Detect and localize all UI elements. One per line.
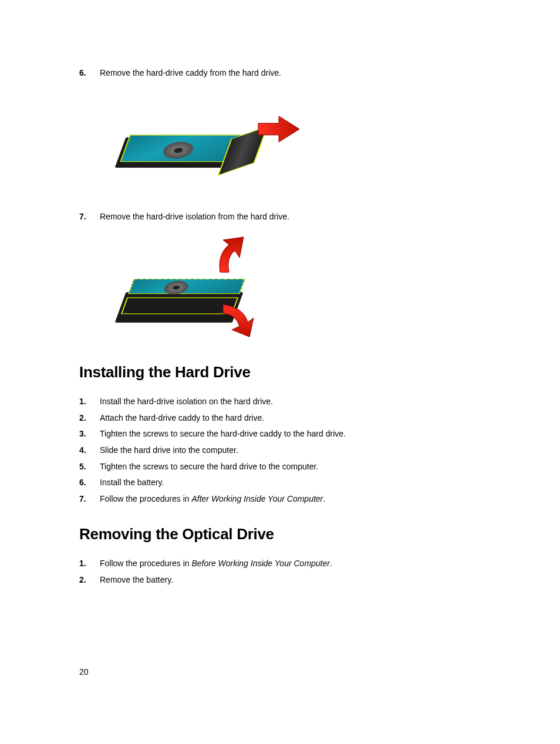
figure-hard-drive-caddy	[100, 91, 270, 194]
arrow-curve-down-icon	[217, 302, 258, 340]
remove-optical-step-1: 1. Follow the procedures in Before Worki…	[79, 558, 560, 570]
step-number: 3.	[79, 429, 100, 438]
step-number: 5.	[79, 462, 100, 471]
step-text: Remove the hard-drive caddy from the har…	[100, 67, 281, 79]
arrow-right-icon	[255, 114, 302, 144]
step-7: 7. Remove the hard-drive isolation from …	[79, 211, 560, 223]
step-text: Install the hard-drive isolation on the …	[100, 396, 273, 408]
install-step-3: 3. Tighten the screws to secure the hard…	[79, 428, 560, 440]
section-installing-hard-drive: Installing the Hard Drive 1. Install the…	[79, 363, 560, 505]
install-step-6: 6. Install the battery.	[79, 477, 560, 489]
step-text: Follow the procedures in Before Working …	[100, 558, 332, 570]
section-removing-optical-drive: Removing the Optical Drive 1. Follow the…	[79, 525, 560, 586]
arrow-curve-up-icon	[211, 234, 252, 275]
step-number: 7.	[79, 212, 100, 221]
step-text: Remove the battery.	[100, 574, 173, 586]
step-number: 1.	[79, 397, 100, 406]
step-text: Remove the hard-drive isolation from the…	[100, 211, 289, 223]
step-text: Slide the hard drive into the computer.	[100, 445, 238, 456]
step-number: 6.	[79, 478, 100, 487]
step-number: 6.	[79, 68, 100, 77]
step-6: 6. Remove the hard-drive caddy from the …	[79, 67, 560, 79]
step-text: Install the battery.	[100, 477, 164, 489]
step-text: Tighten the screws to secure the hard-dr…	[100, 428, 346, 440]
step-number: 4.	[79, 445, 100, 455]
step-number: 1.	[79, 559, 100, 568]
install-step-7: 7. Follow the procedures in After Workin…	[79, 493, 560, 505]
install-step-4: 4. Slide the hard drive into the compute…	[79, 445, 560, 456]
step-text: Tighten the screws to secure the hard dr…	[100, 461, 318, 473]
section-heading: Installing the Hard Drive	[79, 363, 560, 381]
step-text: Attach the hard-drive caddy to the hard …	[100, 412, 264, 424]
step-number: 2.	[79, 575, 100, 584]
install-step-5: 5. Tighten the screws to secure the hard…	[79, 461, 560, 473]
step-number: 7.	[79, 494, 100, 503]
section-heading: Removing the Optical Drive	[79, 525, 560, 543]
step-number: 2.	[79, 413, 100, 422]
install-step-1: 1. Install the hard-drive isolation on t…	[79, 396, 560, 408]
install-step-2: 2. Attach the hard-drive caddy to the ha…	[79, 412, 560, 424]
figure-hard-drive-isolation	[100, 234, 270, 337]
step-text: Follow the procedures in After Working I…	[100, 493, 325, 505]
remove-optical-step-2: 2. Remove the battery.	[79, 574, 560, 586]
page-number: 20	[79, 667, 89, 677]
